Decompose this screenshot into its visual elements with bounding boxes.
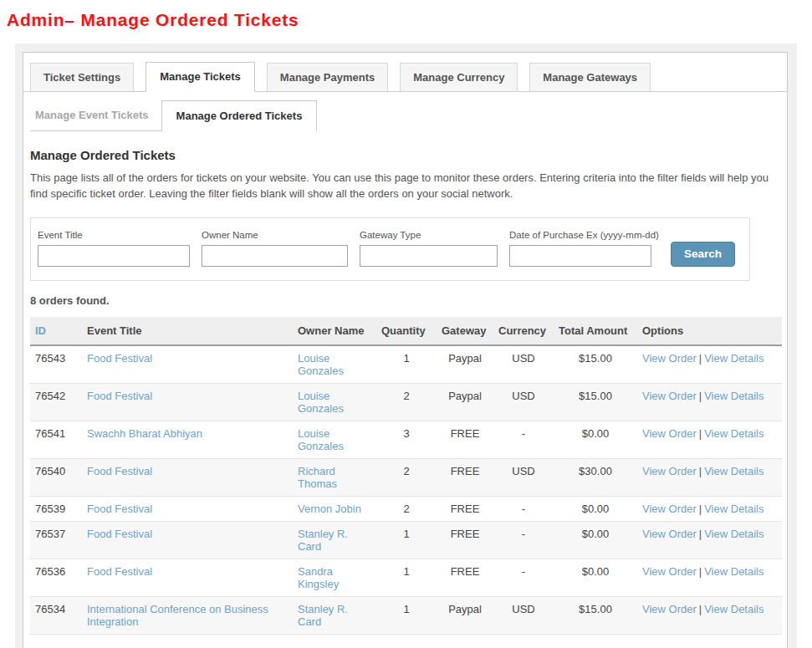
gateway-type-label: Gateway Type bbox=[360, 230, 498, 240]
order-currency: - bbox=[493, 559, 554, 596]
owner-name-label: Owner Name bbox=[202, 230, 348, 240]
order-currency: USD bbox=[493, 383, 554, 421]
owner-name-link[interactable]: Vernon Jobin bbox=[298, 503, 361, 515]
order-id: 76541 bbox=[30, 421, 82, 458]
options-separator: | bbox=[699, 503, 702, 515]
tab-ticket-settings[interactable]: Ticket Settings bbox=[30, 63, 134, 91]
owner-name-link[interactable]: Louise Gonzales bbox=[298, 390, 344, 415]
options-separator: | bbox=[699, 352, 702, 365]
table-row: 76543 Food Festival Louise Gonzales 1 Pa… bbox=[30, 345, 782, 384]
filter-field-gateway-type: Gateway Type bbox=[360, 230, 498, 267]
order-total-amount: $15.00 bbox=[554, 596, 637, 634]
order-options: View Order|View Details bbox=[637, 521, 782, 559]
event-title-link[interactable]: Food Festival bbox=[87, 465, 152, 477]
filter-box: Event Title Owner Name Gateway Type Date… bbox=[30, 217, 750, 281]
tab-manage-gateways[interactable]: Manage Gateways bbox=[529, 63, 651, 91]
view-details-link[interactable]: View Details bbox=[704, 603, 763, 615]
view-details-link[interactable]: View Details bbox=[704, 427, 763, 440]
column-header-id-link[interactable]: ID bbox=[35, 324, 46, 337]
order-quantity: 1 bbox=[376, 345, 437, 384]
gateway-type-input[interactable] bbox=[360, 245, 498, 267]
view-details-link[interactable]: View Details bbox=[704, 503, 763, 515]
owner-name-link[interactable]: Sandra Kingsley bbox=[298, 565, 339, 590]
order-quantity: 1 bbox=[376, 596, 437, 634]
event-title-link[interactable]: Food Festival bbox=[87, 390, 152, 402]
view-details-link[interactable]: View Details bbox=[704, 390, 763, 402]
event-title-input[interactable] bbox=[38, 245, 190, 267]
tab-manage-currency[interactable]: Manage Currency bbox=[400, 63, 518, 91]
order-options: View Order|View Details bbox=[637, 383, 782, 421]
column-header-event-title: Event Title bbox=[82, 317, 293, 345]
event-title-link[interactable]: Swachh Bharat Abhiyan bbox=[87, 427, 202, 440]
column-header-quantity: Quantity bbox=[376, 317, 437, 345]
filter-field-date-of-purchase: Date of Purchase Ex (yyyy-mm-dd) bbox=[509, 230, 659, 267]
owner-name-link[interactable]: Louise Gonzales bbox=[298, 427, 344, 452]
view-order-link[interactable]: View Order bbox=[642, 565, 697, 578]
event-title-link[interactable]: International Conference on Business Int… bbox=[87, 603, 268, 628]
subtab-manage-event-tickets[interactable]: Manage Event Tickets bbox=[30, 100, 161, 131]
tab-manage-payments[interactable]: Manage Payments bbox=[267, 63, 388, 91]
order-id: 76540 bbox=[30, 458, 82, 496]
owner-name-input[interactable] bbox=[202, 245, 348, 267]
view-order-link[interactable]: View Order bbox=[642, 503, 697, 515]
order-id: 76536 bbox=[30, 559, 82, 596]
tab-manage-tickets[interactable]: Manage Tickets bbox=[146, 62, 255, 92]
event-title-link[interactable]: Food Festival bbox=[87, 352, 152, 365]
options-separator: | bbox=[699, 390, 702, 402]
order-id: 76537 bbox=[30, 521, 82, 559]
options-separator: | bbox=[699, 427, 702, 440]
order-total-amount: $30.00 bbox=[554, 458, 637, 496]
order-gateway: FREE bbox=[437, 496, 493, 521]
order-gateway: FREE bbox=[437, 458, 493, 496]
search-button[interactable]: Search bbox=[671, 242, 735, 267]
table-row: 76542 Food Festival Louise Gonzales 2 Pa… bbox=[30, 383, 782, 421]
order-total-amount: $0.00 bbox=[554, 496, 637, 521]
order-options: View Order|View Details bbox=[637, 496, 782, 521]
owner-name-link[interactable]: Stanley R. Card bbox=[298, 528, 348, 553]
sub-tab-bar: Manage Event Tickets Manage Ordered Tick… bbox=[30, 100, 780, 131]
section-description: This page lists all of the orders for ti… bbox=[30, 171, 780, 202]
order-quantity: 1 bbox=[376, 559, 437, 596]
owner-name-link[interactable]: Richard Thomas bbox=[298, 465, 337, 490]
order-quantity: 2 bbox=[376, 383, 437, 421]
order-currency: - bbox=[493, 496, 554, 521]
column-header-total-amount: Total Amount bbox=[554, 317, 637, 345]
order-currency: USD bbox=[493, 596, 554, 634]
order-gateway: FREE bbox=[437, 421, 493, 458]
owner-name-link[interactable]: Louise Gonzales bbox=[298, 352, 344, 377]
table-row: 76537 Food Festival Stanley R. Card 1 FR… bbox=[30, 521, 782, 559]
order-gateway: Paypal bbox=[437, 383, 493, 421]
admin-panel-wrapper: Ticket Settings Manage Tickets Manage Pa… bbox=[15, 43, 797, 648]
view-details-link[interactable]: View Details bbox=[704, 352, 763, 365]
event-title-link[interactable]: Food Festival bbox=[87, 503, 152, 515]
event-title-label: Event Title bbox=[38, 230, 190, 240]
view-order-link[interactable]: View Order bbox=[642, 465, 697, 477]
order-options: View Order|View Details bbox=[637, 559, 782, 596]
order-options: View Order|View Details bbox=[637, 345, 782, 384]
order-total-amount: $15.00 bbox=[554, 345, 637, 384]
main-tab-bar: Ticket Settings Manage Tickets Manage Pa… bbox=[23, 53, 787, 92]
view-order-link[interactable]: View Order bbox=[642, 603, 697, 615]
order-total-amount: $15.00 bbox=[554, 383, 637, 421]
orders-table: ID Event Title Owner Name Quantity Gatew… bbox=[30, 317, 782, 635]
date-of-purchase-input[interactable] bbox=[509, 245, 651, 267]
order-currency: USD bbox=[493, 458, 554, 496]
view-details-link[interactable]: View Details bbox=[704, 528, 763, 540]
view-details-link[interactable]: View Details bbox=[704, 465, 763, 477]
event-title-link[interactable]: Food Festival bbox=[87, 565, 152, 578]
subtab-manage-ordered-tickets[interactable]: Manage Ordered Tickets bbox=[161, 100, 318, 131]
options-separator: | bbox=[699, 603, 702, 615]
order-currency: USD bbox=[493, 345, 554, 384]
table-row: 76536 Food Festival Sandra Kingsley 1 FR… bbox=[30, 559, 782, 596]
view-order-link[interactable]: View Order bbox=[642, 352, 697, 365]
view-order-link[interactable]: View Order bbox=[642, 427, 697, 440]
event-title-link[interactable]: Food Festival bbox=[87, 528, 152, 540]
view-order-link[interactable]: View Order bbox=[642, 528, 697, 540]
admin-panel: Ticket Settings Manage Tickets Manage Pa… bbox=[23, 52, 788, 648]
order-id: 76534 bbox=[30, 596, 82, 634]
table-row: 76534 International Conference on Busine… bbox=[30, 596, 782, 634]
owner-name-link[interactable]: Stanley R. Card bbox=[298, 603, 348, 628]
view-order-link[interactable]: View Order bbox=[642, 390, 697, 402]
column-header-owner-name: Owner Name bbox=[293, 317, 376, 345]
view-details-link[interactable]: View Details bbox=[704, 565, 763, 578]
